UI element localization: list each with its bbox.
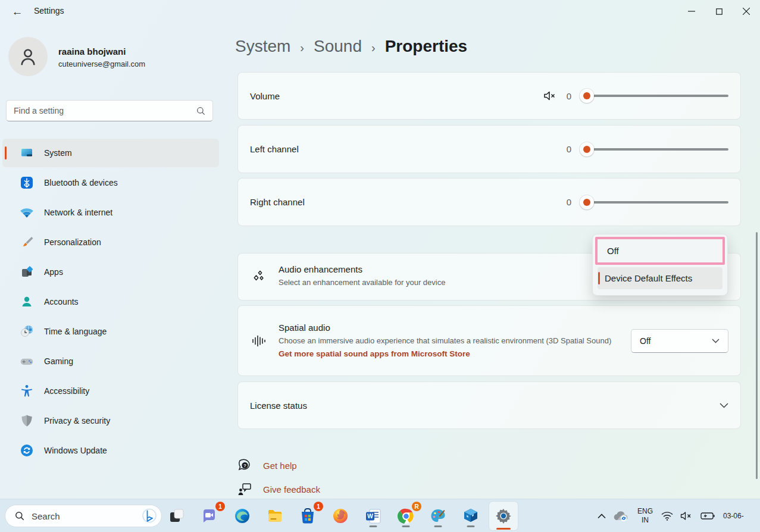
paint-button[interactable]: [426, 504, 450, 528]
chat-icon: [201, 508, 218, 524]
paint-icon: [430, 508, 446, 524]
system-tray: ENG IN 03-06-: [594, 499, 760, 532]
chevron-down-icon: [712, 339, 720, 343]
mute-icon[interactable]: [543, 90, 557, 102]
breadcrumb-separator: ›: [300, 41, 304, 55]
volume-card: Volume 0: [237, 72, 741, 120]
give-feedback-link[interactable]: Give feedback: [237, 482, 320, 497]
sidebar-item-apps[interactable]: Apps: [2, 258, 219, 286]
spatial-audio-dropdown[interactable]: Off: [631, 329, 728, 353]
search-input[interactable]: [14, 106, 196, 115]
sidebar-item-privacy-security[interactable]: Privacy & security: [2, 406, 219, 435]
chat-button[interactable]: 1: [198, 504, 221, 528]
find-setting-searchbox[interactable]: [6, 100, 213, 121]
slider-thumb[interactable]: [580, 195, 594, 209]
word-button[interactable]: W: [361, 504, 385, 528]
sidebar-item-accessibility[interactable]: Accessibility: [2, 377, 219, 405]
sidebar-item-label: Accessibility: [44, 386, 89, 396]
breadcrumb: System › Sound › Properties: [235, 37, 467, 56]
slider-thumb[interactable]: [580, 142, 594, 157]
right-channel-value: 0: [565, 197, 571, 207]
sidebar-item-network-internet[interactable]: Network & internet: [2, 198, 219, 227]
feedback-icon: [237, 482, 252, 497]
sidebar-item-personalization[interactable]: Personalization: [2, 228, 219, 256]
search-icon: [15, 511, 24, 521]
taskbar-search[interactable]: Search: [5, 505, 162, 527]
search-icon: [196, 107, 205, 115]
avatar[interactable]: [8, 37, 48, 76]
maximize-button[interactable]: [705, 0, 733, 23]
sidebar-item-label: Apps: [44, 267, 63, 277]
dropdown-option-off[interactable]: Off: [595, 237, 725, 265]
sidebar-item-gaming[interactable]: Gaming: [2, 347, 219, 375]
volume-slider[interactable]: [580, 89, 728, 103]
minimize-button[interactable]: [678, 0, 705, 23]
sidebar-item-bluetooth-devices[interactable]: Bluetooth & devices: [2, 168, 219, 197]
left-channel-slider[interactable]: [580, 142, 728, 157]
chrome-profile-badge: R: [412, 502, 421, 511]
tray-date[interactable]: 03-06-: [718, 512, 760, 520]
task-view-button[interactable]: [165, 504, 189, 528]
tray-chevron-up[interactable]: [594, 510, 609, 522]
page-title: Properties: [385, 37, 468, 56]
cube-app-button[interactable]: [459, 504, 483, 528]
selected-option-accent-bar: [598, 272, 600, 284]
license-status-expand-button[interactable]: [720, 401, 728, 410]
sidebar-item-system[interactable]: System: [2, 139, 219, 167]
firefox-icon: [332, 508, 349, 524]
settings-gear-icon: [495, 507, 512, 525]
microsoft-store-button[interactable]: 1: [296, 504, 320, 528]
sparkles-icon: [250, 268, 268, 286]
battery-icon[interactable]: [697, 508, 718, 524]
settings-button[interactable]: [489, 502, 518, 530]
breadcrumb-sound[interactable]: Sound: [314, 37, 362, 56]
sidebar-item-windows-update[interactable]: Windows Update: [2, 436, 219, 465]
gaming-icon: [19, 353, 35, 369]
cube-app-icon: [462, 508, 479, 524]
get-help-link[interactable]: ? Get help: [237, 458, 297, 473]
file-explorer-button[interactable]: [263, 504, 287, 528]
spatial-sound-store-link[interactable]: Get more spatial sound apps from Microso…: [279, 349, 470, 358]
left-channel-label: Left channel: [250, 144, 299, 154]
close-button[interactable]: [733, 0, 760, 23]
sidebar-item-time-language[interactable]: Time & language: [2, 317, 219, 346]
give-feedback-label: Give feedback: [263, 484, 320, 495]
titlebar: ← Settings: [0, 0, 760, 24]
system-icon: [19, 145, 35, 161]
running-indicator: [467, 525, 475, 527]
sidebar-item-accounts[interactable]: Accounts: [2, 287, 219, 316]
spatial-audio-value: Off: [640, 336, 650, 346]
profile-name[interactable]: raaina bhojwani: [58, 46, 126, 57]
get-help-label: Get help: [263, 461, 297, 471]
language-indicator[interactable]: ENG IN: [633, 507, 658, 525]
back-button[interactable]: ←: [7, 4, 27, 20]
spatial-audio-description: Choose an immersive audio experience tha…: [279, 335, 611, 347]
task-view-icon: [169, 508, 184, 524]
chrome-icon: [398, 508, 415, 525]
audio-enhancements-description: Select an enhancement available for your…: [279, 277, 445, 289]
sidebar-item-label: Bluetooth & devices: [44, 178, 118, 187]
edge-icon: [234, 508, 251, 524]
running-indicator: [402, 525, 410, 527]
spatial-audio-title: Spatial audio: [279, 323, 611, 333]
svg-text:W: W: [367, 512, 373, 520]
network-icon: [19, 205, 35, 220]
accounts-icon: [19, 294, 35, 309]
firefox-button[interactable]: [329, 504, 352, 528]
wifi-icon[interactable]: [658, 508, 677, 524]
slider-thumb[interactable]: [580, 89, 594, 103]
apps-icon: [19, 264, 35, 280]
selected-accent-bar: [5, 146, 7, 159]
breadcrumb-system[interactable]: System: [235, 37, 290, 56]
sidebar-item-label: Privacy & security: [44, 416, 110, 425]
vertical-scrollbar[interactable]: [756, 232, 758, 479]
taskbar-search-label: Search: [32, 511, 141, 521]
right-channel-slider[interactable]: [580, 195, 728, 209]
chrome-button[interactable]: R: [394, 504, 418, 528]
onedrive-icon[interactable]: [609, 506, 633, 525]
license-status-card[interactable]: License status: [237, 381, 741, 429]
sidebar-item-label: Gaming: [44, 356, 73, 366]
dropdown-option-device-default-effects[interactable]: Device Default Effects: [598, 267, 723, 289]
edge-button[interactable]: [230, 504, 254, 528]
volume-muted-icon[interactable]: [677, 508, 697, 524]
